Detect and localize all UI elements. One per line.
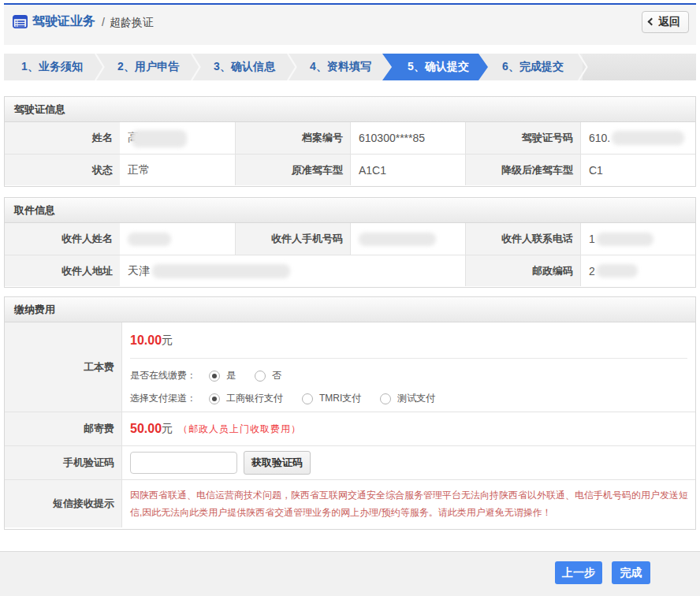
back-button-label: 返回 (658, 15, 680, 29)
field-label-name: 姓名 (5, 122, 120, 154)
radio-channel-tmri-label: TMRI支付 (319, 392, 361, 405)
radio-online-yes[interactable]: 是 (209, 369, 247, 382)
page-title: 驾驶证业务 (32, 13, 95, 30)
step-2-declaration[interactable]: 2、用户申告 (100, 54, 196, 80)
radio-channel-icbc[interactable]: 工商银行支付 (209, 392, 294, 405)
field-value-recipient-phone: 1 (580, 223, 695, 255)
field-label-recipient-address: 收件人地址 (5, 255, 120, 286)
online-payment-row: 是否在线缴费： 是 否 (130, 364, 687, 387)
radio-channel-icbc-label: 工商银行支付 (226, 392, 283, 405)
step-6-finish-submit[interactable]: 6、完成提交 (485, 54, 581, 80)
sms-code-input[interactable] (130, 452, 237, 474)
radio-channel-tmri[interactable]: TMRI支付 (302, 392, 372, 405)
online-payment-question: 是否在线缴费： (130, 369, 196, 382)
production-fee-amount-line: 10.00元 (130, 322, 687, 359)
production-fee-unit: 元 (162, 333, 173, 348)
production-fee-cell: 10.00元 是否在线缴费： 是 否 选择支付渠道： (121, 322, 695, 412)
radio-selected-icon (209, 393, 220, 404)
redaction-blur (597, 264, 638, 278)
radio-channel-test[interactable]: 测试支付 (380, 392, 446, 405)
field-value-name: 高 (120, 122, 235, 154)
field-label-original-class: 原准驾车型 (235, 154, 350, 185)
field-value-postal-code: 2 (580, 255, 695, 286)
radio-online-no[interactable]: 否 (255, 369, 292, 382)
postage-fee-cell: 50.00元 （邮政人员上门收取费用） (121, 412, 695, 445)
page: 驾驶证业务 / 超龄换证 返回 1、业务须知 2、用户申告 3、确认信息 4、资… (0, 0, 700, 596)
step-progress-bar: 1、业务须知 2、用户申告 3、确认信息 4、资料填写 5、确认提交 6、完成提… (4, 54, 696, 80)
breadcrumb-separator: / (102, 16, 105, 28)
field-value-file-number: 610300****85 (350, 122, 465, 154)
footer-bar: 上一步 完成 (0, 551, 700, 596)
field-value-recipient-name (120, 223, 235, 255)
redaction-blur (132, 130, 187, 147)
step-3-confirm-info[interactable]: 3、确认信息 (196, 54, 292, 80)
breadcrumb-current: 超龄换证 (110, 16, 154, 30)
field-label-downgraded-class: 降级后准驾车型 (465, 154, 580, 185)
field-value-recipient-address: 天津 (120, 255, 465, 286)
radio-selected-icon (209, 371, 220, 382)
radio-unselected-icon (380, 393, 391, 404)
section-delivery-title: 取件信息 (5, 198, 695, 223)
postage-fee-amount: 50.00 (130, 422, 162, 436)
page-header: 驾驶证业务 / 超龄换证 返回 (4, 5, 696, 45)
redaction-blur (612, 131, 684, 145)
redaction-blur (152, 264, 290, 278)
field-value-recipient-mobile (350, 223, 465, 255)
previous-step-button[interactable]: 上一步 (555, 561, 602, 584)
get-code-button[interactable]: 获取验证码 (244, 451, 311, 475)
step-bar-remainder (583, 54, 696, 80)
sms-notice-text: 因陕西省联通、电信运营商技术问题，陕西省互联网交通安全综合服务管理平台无法向持陕… (130, 486, 689, 521)
section-payment-fees: 缴纳费用 工本费 10.00元 是否在线缴费： 是 否 (4, 296, 696, 530)
section-license-title: 驾驶证信息 (5, 97, 695, 122)
field-label-production-fee: 工本费 (5, 322, 121, 412)
redaction-blur (597, 233, 653, 246)
field-value-license-number: 610. (580, 122, 695, 154)
field-label-sms-code: 手机验证码 (5, 445, 121, 479)
field-value-downgraded-class: C1 (580, 154, 695, 185)
field-label-license-number: 驾驶证号码 (465, 122, 580, 154)
radio-unselected-icon (302, 393, 313, 404)
field-label-recipient-name: 收件人姓名 (5, 223, 120, 255)
payment-channel-question: 选择支付渠道： (130, 392, 196, 405)
section-payment-title: 缴纳费用 (5, 297, 695, 322)
production-fee-amount: 10.00 (130, 333, 162, 348)
field-value-status: 正常 (120, 154, 235, 185)
radio-online-yes-label: 是 (226, 369, 236, 382)
radio-online-no-label: 否 (272, 369, 281, 382)
radio-unselected-icon (255, 371, 266, 382)
chevron-left-icon (648, 18, 656, 26)
redaction-blur (359, 233, 436, 246)
field-label-sms-notice: 短信接收提示 (5, 479, 121, 527)
field-label-file-number: 档案编号 (235, 122, 350, 154)
field-label-recipient-mobile: 收件人手机号码 (235, 223, 350, 255)
radio-channel-test-label: 测试支付 (397, 392, 435, 405)
postage-fee-note: （邮政人员上门收取费用） (178, 423, 301, 436)
section-delivery-info: 取件信息 收件人姓名 收件人手机号码 收件人联系电话 1 收件人地址 天津 邮政… (4, 197, 696, 288)
back-button[interactable]: 返回 (642, 11, 689, 33)
step-4-fill-data[interactable]: 4、资料填写 (292, 54, 389, 80)
payment-channel-row: 选择支付渠道： 工商银行支付 TMRI支付 测试支付 (130, 387, 687, 410)
sms-code-cell: 获取验证码 (121, 445, 695, 479)
section-license-info: 驾驶证信息 姓名 高 档案编号 610300****85 驾驶证号码 610. … (4, 96, 696, 187)
field-label-postal-code: 邮政编码 (465, 255, 580, 286)
field-label-postage-fee: 邮寄费 (5, 412, 121, 445)
finish-button[interactable]: 完成 (612, 561, 650, 584)
field-label-status: 状态 (5, 154, 120, 185)
form-list-icon (13, 15, 28, 28)
field-value-original-class: A1C1 (350, 154, 465, 185)
step-5-confirm-submit[interactable]: 5、确认提交 (382, 54, 488, 80)
sms-notice-cell: 因陕西省联通、电信运营商技术问题，陕西省互联网交通安全综合服务管理平台无法向持陕… (121, 479, 695, 527)
step-1-notice[interactable]: 1、业务须知 (4, 54, 100, 80)
redaction-blur (128, 233, 171, 246)
field-label-recipient-phone: 收件人联系电话 (465, 223, 580, 255)
postage-fee-unit: 元 (162, 422, 173, 436)
